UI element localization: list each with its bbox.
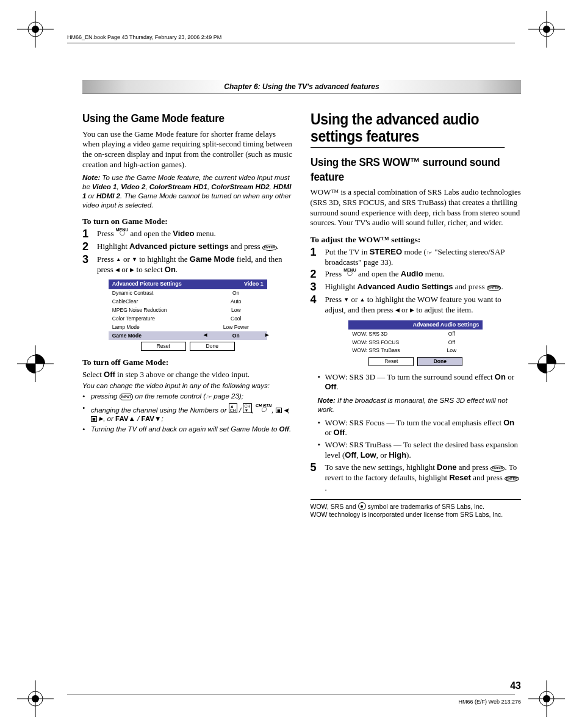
srs-logo-icon (358, 502, 366, 510)
enter-button-icon: ENTER (262, 245, 277, 251)
note-monaural: Note: If the broadcast is monaural, the … (318, 396, 522, 414)
footer-rule (67, 694, 515, 695)
osd-reset-button: Reset (141, 342, 186, 351)
step-number: 3 (311, 281, 325, 292)
bullet-item: WOW: SRS 3D — To turn the surround sound… (325, 372, 522, 392)
enter-button-icon: ENTER (487, 285, 501, 291)
osd-reset-button: Reset (368, 357, 414, 366)
enter-button-icon: ENTER (490, 466, 505, 472)
box-next-icon: ◼ (91, 416, 97, 422)
footnote-rule (311, 499, 522, 500)
intro-paragraph: You can use the Game Mode feature for sh… (82, 129, 293, 170)
subhead-turn-on: To turn on Game Mode: (82, 216, 293, 226)
chrtn-button-icon: CH RTN (256, 404, 271, 411)
menu-button-icon: MENU (116, 228, 129, 236)
right-arrow-icon: ▶ (410, 307, 414, 313)
pdf-header-meta: HM66_EN.book Page 43 Thursday, February … (67, 34, 221, 40)
box-prev-icon: ◼ (276, 408, 282, 413)
left-arrow-icon: ◀ (395, 307, 400, 313)
menu-button-icon: MENU (343, 268, 356, 276)
step-body: Press MENU and open the Audio menu. (325, 269, 522, 279)
left-column: Using the Game Mode feature You can use … (82, 111, 293, 519)
up-arrow-icon: ▲ (116, 256, 121, 262)
wow-paragraph: WOW™ is a special combination of SRS Lab… (311, 187, 522, 228)
crop-mark-icon (528, 11, 565, 48)
footer-code: HM66 (E/F) Web 213:276 (459, 699, 521, 705)
page-ref-icon: ☞ (426, 249, 433, 256)
off-paragraph: Select Off in step 3 above or change the… (82, 370, 293, 380)
note-video-inputs: Note: To use the Game Mode feature, the … (82, 173, 293, 210)
heading-game-mode: Using the Game Mode feature (82, 111, 276, 126)
crop-mark-icon (17, 11, 54, 48)
trademark-footnote: WOW, SRS and symbol are trademarks of SR… (311, 502, 522, 519)
bullet-item: WOW: SRS Focus — To turn the vocal empha… (325, 418, 522, 438)
step-body: Press MENU and open the Video menu. (97, 229, 293, 239)
ch-down-icon: CH▼ (243, 403, 251, 413)
step-body: To save the new settings, highlight Done… (325, 463, 522, 493)
down-arrow-icon: ▼ (343, 297, 349, 303)
subhead-adjust-wow: To adjust the WOW™ settings: (311, 234, 522, 245)
osd-done-button: Done (190, 342, 235, 351)
step-number: 3 (82, 254, 97, 265)
osd-advanced-audio: Advanced Audio Settings WOW: SRS 3DOff W… (348, 320, 483, 366)
down-arrow-icon: ▼ (132, 256, 137, 262)
left-arrow-icon: ◀ (115, 267, 120, 273)
step-number: 5 (311, 462, 325, 473)
header-rule (67, 43, 515, 43)
osd-advanced-picture: Advanced Picture SettingsVideo 1 Dynamic… (109, 279, 267, 351)
step-number: 2 (311, 268, 325, 279)
bullet-item: Turning the TV off and back on again wil… (91, 425, 293, 435)
step-body: Highlight Advanced picture settings and … (97, 242, 293, 252)
ch-up-icon: ▲CH (229, 403, 237, 413)
crop-mark-icon (528, 680, 565, 717)
step-body: Press ▼ or ▲ to highlight the WOW featur… (325, 295, 522, 315)
page-number: 43 (510, 680, 521, 691)
chapter-title-band: Chapter 6: Using the TV's advanced featu… (82, 80, 521, 94)
step-number: 4 (311, 294, 325, 305)
step-body: Highlight Advanced Audio Settings and pr… (325, 282, 522, 292)
step-number: 2 (82, 241, 97, 252)
step-number: 1 (82, 228, 97, 239)
step-body: Press ▲ or ▼ to highlight the Game Mode … (97, 254, 293, 275)
heading-advanced-audio: Using the advanced audio settings featur… (311, 111, 505, 148)
osd-done-button: Done (417, 357, 462, 366)
crop-mark-icon (17, 680, 54, 717)
right-column: Using the advanced audio settings featur… (311, 111, 522, 519)
subhead-turn-off: To turn off Game Mode: (82, 357, 293, 367)
step-number: 1 (311, 247, 325, 258)
input-button-icon: INPUT (120, 394, 134, 400)
off-hint: You can change the video input in any of… (82, 381, 293, 391)
step-body: Put the TV in STEREO mode (☞ "Selecting … (325, 247, 522, 267)
crop-mark-icon (17, 345, 54, 382)
enter-button-icon: ENTER (505, 476, 519, 482)
crop-mark-icon (528, 345, 565, 382)
bullet-item: pressing INPUT on the remote control (☞ … (91, 392, 293, 402)
bullet-item: changing the channel using the Numbers o… (91, 403, 293, 424)
heading-srs-wow: Using the SRS WOW™ surround sound featur… (311, 155, 505, 184)
page-ref-icon: ☞ (206, 393, 212, 400)
bullet-item: WOW: SRS TruBass — To select the desired… (325, 440, 522, 460)
